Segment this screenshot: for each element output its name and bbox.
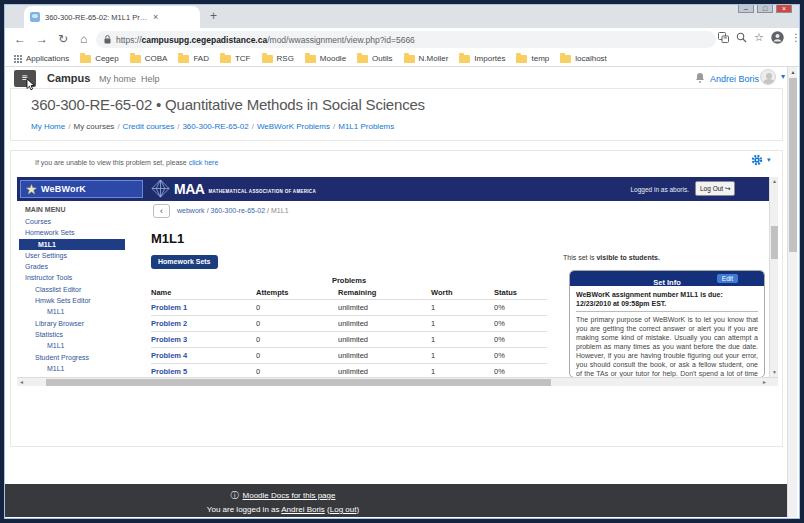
bookmark-folder[interactable]: Importés	[459, 54, 505, 63]
scroll-left-icon[interactable]: ◄	[19, 378, 24, 387]
bookmark-folder[interactable]: Cegep	[80, 54, 119, 63]
problem-link[interactable]: Problem 4	[151, 351, 187, 360]
sidebar-item-student-progress[interactable]: Student Progress	[17, 352, 145, 363]
problem-link[interactable]: Problem 2	[151, 319, 187, 328]
sidebar-item-instructor-tools[interactable]: Instructor Tools	[17, 272, 145, 283]
bookmark-folder[interactable]: localhost	[560, 54, 607, 63]
info-icon: ⓘ	[231, 491, 239, 500]
page-scrollbar[interactable]: ▲	[787, 67, 797, 517]
breadcrumb-webwork-problems[interactable]: WeBWorK Problems	[257, 122, 330, 131]
breadcrumb-credit-courses[interactable]: Credit courses	[123, 122, 175, 131]
breadcrumb-m1l1-problems[interactable]: M1L1 Problems	[338, 122, 394, 131]
bookmark-star-icon[interactable]: ☆	[754, 31, 764, 44]
footer-user-link[interactable]: Andrei Boris	[281, 505, 325, 514]
brand-campus[interactable]: Campus	[47, 72, 90, 84]
reload-icon[interactable]: ↻	[58, 32, 68, 46]
sidebar-item-user-settings[interactable]: User Settings	[17, 250, 145, 261]
logged-in-text: Logged in as aboris.	[17, 186, 689, 193]
home-icon[interactable]: ⌂	[80, 32, 87, 46]
user-avatar[interactable]	[760, 69, 776, 85]
divider	[576, 311, 758, 312]
forward-icon[interactable]: →	[36, 32, 48, 46]
user-menu-caret-icon[interactable]: ▾	[781, 72, 785, 81]
problem-link[interactable]: Problem 1	[151, 303, 187, 312]
set-info-header: Set Info Edit	[570, 271, 764, 286]
user-name-link[interactable]: Andrei Boris	[710, 74, 759, 84]
moodle-docs-link[interactable]: Moodle Docs for this page	[243, 491, 336, 500]
browser-window: 360-300-RE-65-02: M1L1 Problems × + – □ …	[0, 0, 804, 523]
nav-link-my-home[interactable]: My home	[99, 74, 136, 84]
moodle-navbar: ≡ Campus My home Help Andrei Boris ▾	[4, 67, 797, 88]
webwork-crumb-root[interactable]: webwork	[177, 207, 205, 214]
sidebar-item-homework-sets[interactable]: Homework Sets	[17, 227, 145, 238]
notifications-bell-icon[interactable]	[695, 72, 705, 83]
sidebar-item-grades[interactable]: Grades	[17, 261, 145, 272]
sidebar-item-m1l1-progress[interactable]: M1L1	[17, 363, 145, 374]
edit-button[interactable]: Edit	[717, 274, 738, 283]
sidebar-item-classlist-editor[interactable]: Classlist Editor	[17, 284, 145, 295]
sidebar-item-statistics[interactable]: Statistics	[17, 329, 145, 340]
settings-caret-icon[interactable]: ▾	[767, 156, 771, 164]
new-tab-button[interactable]: +	[210, 9, 217, 23]
horizontal-scroll-thumb[interactable]	[46, 379, 551, 386]
maximize-button[interactable]: □	[757, 3, 773, 13]
sidebar-item-courses[interactable]: Courses	[17, 216, 145, 227]
bookmark-folder[interactable]: Outils	[357, 54, 392, 63]
breadcrumb-course[interactable]: 360-300-RE-65-02	[182, 122, 248, 131]
nav-link-help[interactable]: Help	[141, 74, 160, 84]
problem-link[interactable]: Problem 3	[151, 335, 187, 344]
tab-favicon-icon	[30, 12, 40, 22]
problems-table: NameAttemptsRemainingWorthStatus Problem…	[151, 286, 547, 379]
webwork-header: WeBWorK MAA MATHEMATICAL ASSOCIATION OF …	[17, 177, 778, 201]
scroll-down-icon[interactable]: ▼	[772, 368, 777, 377]
browser-menu-icon[interactable]: ⋮	[791, 32, 801, 43]
bookmark-folder[interactable]: Moodle	[305, 54, 346, 63]
homework-sets-button[interactable]: Homework Sets	[151, 255, 218, 269]
folder-icon	[560, 55, 571, 63]
settings-gear-icon[interactable]	[751, 154, 763, 166]
visibility-note: This set is visible to students.	[563, 254, 765, 261]
bookmark-folder[interactable]: TCF	[220, 54, 251, 63]
browser-tab[interactable]: 360-300-RE-65-02: M1L1 Problems ×	[24, 6, 200, 28]
lock-icon	[104, 35, 111, 44]
sidebar-item-m1l1-editor[interactable]: M1L1	[17, 306, 145, 317]
folder-icon	[516, 55, 527, 63]
frame-vertical-scrollbar[interactable]: ▲ ▼	[769, 177, 778, 377]
tab-close-icon[interactable]: ×	[153, 12, 158, 22]
table-header-row: NameAttemptsRemainingWorthStatus	[151, 286, 547, 299]
sidebar-item-m1l1-selected[interactable]: M1L1	[19, 239, 125, 250]
sidebar-item-library-browser[interactable]: Library Browser	[17, 318, 145, 329]
profile-avatar-icon[interactable]	[771, 31, 784, 44]
vertical-scroll-thumb[interactable]	[771, 226, 778, 259]
bookmark-folder[interactable]: N.Moller	[404, 54, 449, 63]
footer-logout-link[interactable]: Log out	[330, 505, 357, 514]
back-icon[interactable]: ←	[14, 32, 26, 46]
folder-icon	[262, 55, 273, 63]
zoom-search-icon[interactable]	[736, 32, 747, 43]
page-scroll-up-icon[interactable]: ▲	[788, 67, 798, 77]
bookmark-folder[interactable]: COBA	[130, 54, 168, 63]
breadcrumb-my-home[interactable]: My Home	[31, 122, 65, 131]
page-scroll-thumb[interactable]	[789, 78, 797, 252]
log-out-button[interactable]: Log Out ↪	[695, 181, 735, 196]
set-info-panel: This set is visible to students. Set Inf…	[561, 254, 765, 378]
folder-icon	[220, 55, 231, 63]
apps-shortcut[interactable]: Applications	[14, 54, 69, 63]
close-window-button[interactable]: ×	[776, 3, 792, 13]
scroll-right-icon[interactable]: ►	[762, 378, 767, 387]
scroll-up-icon[interactable]: ▲	[772, 177, 777, 186]
frame-horizontal-scrollbar[interactable]: ◄ ►	[17, 377, 778, 386]
translate-icon[interactable]	[718, 32, 729, 43]
bookmark-folder[interactable]: FAD	[178, 54, 209, 63]
webwork-sidebar: MAIN MENU Courses Homework Sets M1L1 Use…	[17, 201, 145, 377]
address-bar[interactable]: https://campusupg.cegepadistance.ca/mod/…	[96, 31, 716, 48]
sidebar-item-m1l1-statistics[interactable]: M1L1	[17, 340, 145, 351]
back-button[interactable]: ‹	[153, 204, 170, 218]
sidebar-item-hmwk-sets-editor[interactable]: Hmwk Sets Editor	[17, 295, 145, 306]
bookmark-folder[interactable]: temp	[516, 54, 549, 63]
minimize-button[interactable]: –	[738, 3, 754, 13]
problem-link[interactable]: Problem 5	[151, 367, 187, 376]
webwork-crumb-course[interactable]: 360-300-re-65-02	[211, 207, 265, 214]
click-here-link[interactable]: click here	[189, 159, 219, 166]
bookmark-folder[interactable]: RSG	[262, 54, 294, 63]
